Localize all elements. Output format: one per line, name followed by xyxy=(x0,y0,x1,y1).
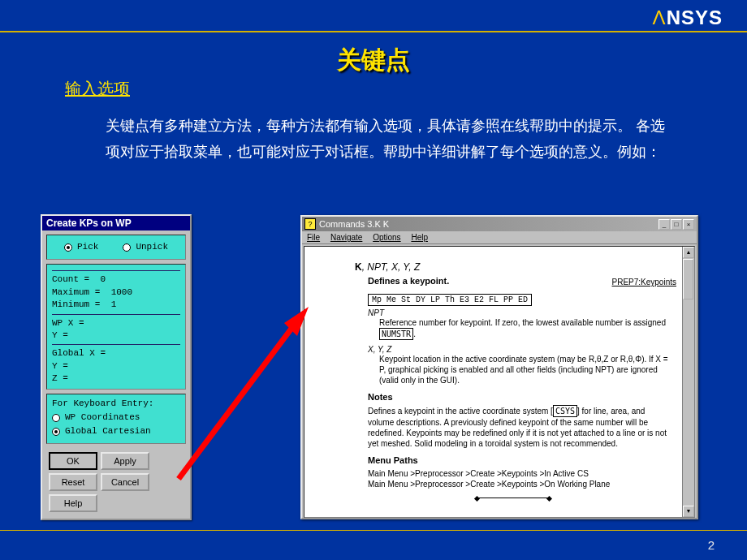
arg-npt: NPT xyxy=(368,308,671,317)
stat-label: Count = xyxy=(52,274,89,284)
separator-ornament xyxy=(477,498,550,498)
unpick-label: Unpick xyxy=(136,241,168,253)
coord-global-row[interactable]: Global Cartesian xyxy=(52,425,180,437)
coord-wp-label: WP Coordinates xyxy=(65,411,140,424)
command-args: , NPT, X, Y, Z xyxy=(362,261,421,273)
picker-dialog: Create KPs on WP Pick Unpick Count = 0 M… xyxy=(41,214,192,520)
menupaths-heading: Menu Paths xyxy=(368,455,671,465)
stat-value: 0 xyxy=(100,274,106,284)
radio-icon xyxy=(52,414,60,422)
menu-file[interactable]: File xyxy=(307,233,320,242)
numstr-ref[interactable]: NUMSTR xyxy=(379,328,413,340)
help-content: K, NPT, X, Y, Z Defines a keypoint. PREP… xyxy=(304,246,695,518)
ok-button[interactable]: OK xyxy=(49,452,97,470)
body-paragraph: 关键点有多种建立方法，每种方法都有输入选项，具体请参照在线帮助中的提示。 各选项… xyxy=(106,114,666,165)
close-button[interactable]: × xyxy=(683,219,694,230)
help-menubar: File Navigate Options Help xyxy=(302,231,697,244)
svg-line-0 xyxy=(179,317,300,479)
help-window-title: Commands 3.K K xyxy=(319,219,389,229)
stat-label: Global X = xyxy=(52,348,106,358)
brand-logo: ΛNSYS xyxy=(653,6,723,29)
coord-wp-row[interactable]: WP Coordinates xyxy=(52,411,180,424)
csys-ref[interactable]: CSYS xyxy=(553,405,577,417)
keyboard-entry-label: For Keyboard Entry: xyxy=(52,398,180,410)
stats-panel: Count = 0 Maximum = 1000 Minimum = 1 WP … xyxy=(46,264,186,389)
reset-button[interactable]: Reset xyxy=(49,473,97,491)
picker-titlebar: Create KPs on WP xyxy=(42,216,190,230)
help-button[interactable]: Help xyxy=(49,494,97,512)
app-icon: ? xyxy=(304,218,316,230)
bottom-divider xyxy=(0,530,747,531)
unpick-radio-row[interactable]: Unpick xyxy=(123,241,168,253)
logo-text: NSYS xyxy=(667,6,723,28)
button-row: OK Apply Reset Cancel Help xyxy=(42,448,190,519)
help-window: ? Commands 3.K K _ □ × File Navigate Opt… xyxy=(300,215,698,519)
minimize-button[interactable]: _ xyxy=(658,219,670,230)
scroll-thumb[interactable] xyxy=(683,259,693,299)
arg-npt-desc: Reference number for keypoint. If zero, … xyxy=(379,317,671,340)
help-titlebar: ? Commands 3.K K _ □ × xyxy=(302,217,697,231)
slide-title: 关键点 xyxy=(0,44,747,77)
menupath-2: Main Menu >Preprocessor >Create >Keypoin… xyxy=(368,479,671,489)
logo-accent: Λ xyxy=(653,6,667,28)
cancel-button[interactable]: Cancel xyxy=(101,473,149,491)
pick-radio-row[interactable]: Pick xyxy=(64,241,98,253)
coord-global-label: Global Cartesian xyxy=(65,425,151,437)
stat-label: Minimum = xyxy=(52,299,100,309)
vertical-scrollbar[interactable]: ▲ ▼ xyxy=(682,247,694,517)
stat-value: 1 xyxy=(111,299,117,309)
notes-text: Defines a keypoint in the active coordin… xyxy=(368,405,671,449)
arg-xyz-desc: Keypoint location in the active coordina… xyxy=(379,354,671,386)
page-number: 2 xyxy=(708,538,715,552)
radio-icon xyxy=(123,243,131,252)
stat-label: Y = xyxy=(52,330,68,340)
scroll-up-button[interactable]: ▲ xyxy=(683,247,694,258)
pick-label: Pick xyxy=(77,241,98,253)
stat-value: 1000 xyxy=(111,287,132,297)
menu-options[interactable]: Options xyxy=(373,233,400,242)
menu-help[interactable]: Help xyxy=(411,233,428,242)
product-tabs: Mp Me St DY LP Th E3 E2 FL PP ED xyxy=(368,294,532,306)
stat-label: Maximum = xyxy=(52,287,100,297)
radio-icon xyxy=(52,428,60,436)
stat-label: WP X = xyxy=(52,318,84,328)
notes-heading: Notes xyxy=(368,392,671,402)
annotation-arrow-icon xyxy=(171,300,317,487)
keyboard-entry-panel: For Keyboard Entry: WP Coordinates Globa… xyxy=(46,394,186,444)
menu-navigate[interactable]: Navigate xyxy=(330,233,362,242)
scroll-down-button[interactable]: ▼ xyxy=(683,506,694,517)
arg-xyz: X, Y, Z xyxy=(368,345,671,354)
command-name: K xyxy=(355,261,362,273)
menupath-1: Main Menu >Preprocessor >Create >Keypoin… xyxy=(368,468,671,479)
apply-button[interactable]: Apply xyxy=(101,452,149,470)
radio-icon xyxy=(64,243,72,252)
command-signature: K, NPT, X, Y, Z xyxy=(355,261,671,273)
top-divider xyxy=(0,31,747,32)
prep7-link[interactable]: PREP7:Keypoints xyxy=(612,278,677,286)
section-heading: 输入选项 xyxy=(65,78,130,100)
maximize-button[interactable]: □ xyxy=(671,219,682,230)
stat-label: Y = xyxy=(52,361,68,371)
stat-label: Z = xyxy=(52,373,68,383)
pick-mode-panel: Pick Unpick xyxy=(46,235,186,260)
